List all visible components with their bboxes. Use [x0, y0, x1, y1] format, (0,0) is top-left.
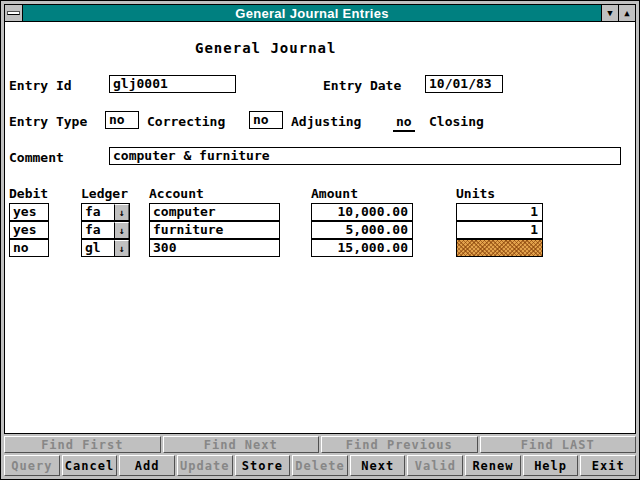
adjusting-label: Adjusting: [291, 114, 361, 129]
find-previous-button[interactable]: Find Previous: [321, 436, 478, 453]
valid-button[interactable]: Valid: [407, 455, 463, 476]
ledger-combo[interactable]: fa ↓: [81, 203, 130, 221]
minimize-icon: ▼: [607, 8, 612, 18]
form-heading: General Journal: [195, 40, 336, 56]
ledger-value[interactable]: gl: [82, 240, 114, 256]
units-field[interactable]: 1: [456, 203, 543, 221]
system-menu-icon: [7, 11, 20, 15]
minimize-button[interactable]: ▼: [601, 5, 618, 21]
debit-field[interactable]: yes: [9, 221, 49, 239]
find-next-button[interactable]: Find Next: [163, 436, 320, 453]
amount-header: Amount: [311, 186, 358, 201]
ledger-value[interactable]: fa: [82, 222, 114, 238]
window-title: General Journal Entries: [23, 5, 601, 21]
entry-type-field[interactable]: no: [105, 111, 139, 129]
title-bar: General Journal Entries ▼ ▲: [4, 4, 636, 22]
add-button[interactable]: Add: [119, 455, 175, 476]
find-last-button[interactable]: Find LAST: [480, 436, 637, 453]
entry-id-label: Entry Id: [9, 78, 72, 93]
update-button[interactable]: Update: [177, 455, 233, 476]
units-field[interactable]: 1: [456, 221, 543, 239]
entry-type-label: Entry Type: [9, 114, 87, 129]
exit-button[interactable]: Exit: [580, 455, 636, 476]
ledger-dropdown-button[interactable]: ↓: [114, 204, 129, 220]
help-button[interactable]: Help: [523, 455, 579, 476]
ledger-dropdown-button[interactable]: ↓: [114, 222, 129, 238]
account-field[interactable]: 300: [149, 239, 280, 257]
comment-label: Comment: [9, 150, 64, 165]
units-header: Units: [456, 186, 495, 201]
correcting-label: Correcting: [147, 114, 225, 129]
find-button-row: Find First Find Next Find Previous Find …: [4, 436, 636, 453]
ledger-combo[interactable]: gl ↓: [81, 239, 130, 257]
ledger-header: Ledger: [81, 186, 128, 201]
debit-field[interactable]: no: [9, 239, 49, 257]
entry-id-field[interactable]: glj0001: [109, 75, 236, 93]
system-menu-button[interactable]: [5, 5, 23, 21]
find-first-button[interactable]: Find First: [4, 436, 161, 453]
debit-header: Debit: [9, 186, 48, 201]
adjusting-field[interactable]: no: [393, 114, 415, 132]
cancel-button[interactable]: Cancel: [62, 455, 118, 476]
form-area: General Journal Entry Id glj0001 Entry D…: [4, 22, 636, 434]
amount-field[interactable]: 5,000.00: [311, 221, 413, 239]
comment-field[interactable]: computer & furniture: [109, 147, 621, 165]
units-field-selected[interactable]: [456, 239, 543, 257]
store-button[interactable]: Store: [235, 455, 291, 476]
dropdown-arrow-icon: ↓: [118, 243, 124, 254]
ledger-combo[interactable]: fa ↓: [81, 221, 130, 239]
correcting-field[interactable]: no: [249, 111, 283, 129]
account-header: Account: [149, 186, 204, 201]
account-field[interactable]: computer: [149, 203, 280, 221]
ledger-value[interactable]: fa: [82, 204, 114, 220]
renew-button[interactable]: Renew: [465, 455, 521, 476]
ledger-dropdown-button[interactable]: ↓: [114, 240, 129, 256]
entry-date-label: Entry Date: [323, 78, 401, 93]
dropdown-arrow-icon: ↓: [118, 225, 124, 236]
entry-date-field[interactable]: 10/01/83: [425, 75, 503, 93]
action-button-row: Query Cancel Add Update Store Delete Nex…: [4, 455, 636, 476]
amount-field[interactable]: 15,000.00: [311, 239, 413, 257]
maximize-button[interactable]: ▲: [618, 5, 635, 21]
maximize-icon: ▲: [624, 8, 629, 18]
debit-field[interactable]: yes: [9, 203, 49, 221]
amount-field[interactable]: 10,000.00: [311, 203, 413, 221]
next-button[interactable]: Next: [350, 455, 406, 476]
query-button[interactable]: Query: [4, 455, 60, 476]
app-window: General Journal Entries ▼ ▲ General Jour…: [0, 0, 640, 480]
dropdown-arrow-icon: ↓: [118, 207, 124, 218]
delete-button[interactable]: Delete: [292, 455, 348, 476]
closing-label: Closing: [429, 114, 484, 129]
account-field[interactable]: furniture: [149, 221, 280, 239]
